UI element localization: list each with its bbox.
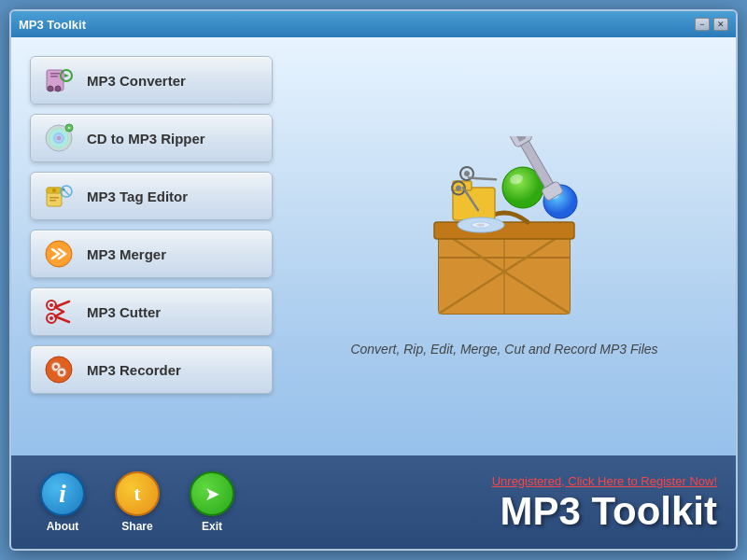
svg-point-16 [52, 189, 56, 192]
cutter-label: MP3 Cutter [87, 304, 161, 320]
svg-rect-4 [50, 76, 58, 77]
recorder-label: MP3 Recorder [87, 362, 181, 378]
share-icon: t [115, 471, 160, 516]
tools-panel: MP3 Converter [30, 56, 273, 437]
window-title: MP3 Toolkit [19, 18, 86, 32]
cd-ripper-icon [42, 121, 76, 155]
share-label: Share [121, 520, 152, 533]
cd-ripper-button[interactable]: CD to MP3 Ripper [30, 114, 273, 162]
svg-point-35 [60, 371, 63, 374]
title-bar: MP3 Toolkit − ✕ [11, 11, 736, 37]
tagline-text: Convert, Rip, Edit, Merge, Cut and Recor… [350, 342, 657, 357]
exit-icon: ➤ [190, 471, 234, 516]
tag-editor-icon [42, 179, 76, 213]
app-branding: Unregistered, Click Here to Register Now… [263, 474, 717, 531]
svg-line-27 [55, 301, 69, 307]
cd-ripper-label: CD to MP3 Ripper [87, 131, 205, 147]
svg-rect-3 [50, 73, 60, 75]
svg-point-2 [55, 86, 61, 91]
svg-point-62 [477, 224, 485, 227]
mp3-converter-icon [42, 63, 76, 97]
close-button[interactable]: ✕ [713, 18, 728, 31]
about-icon: i [40, 471, 85, 516]
about-label: About [47, 520, 79, 533]
content-area: MP3 Converter [11, 37, 736, 455]
merger-icon [42, 237, 76, 271]
right-panel: Convert, Rip, Edit, Merge, Cut and Recor… [291, 56, 717, 437]
svg-point-1 [48, 86, 53, 91]
svg-line-29 [55, 307, 63, 312]
svg-point-26 [49, 316, 53, 320]
bottom-bar: i About t Share ➤ Exit Unregistered, Cli… [11, 455, 736, 549]
app-title: MP3 Toolkit [500, 492, 717, 531]
exit-button[interactable]: ➤ Exit [179, 471, 245, 533]
svg-point-34 [54, 365, 58, 369]
svg-point-52 [463, 170, 471, 177]
window-controls: − ✕ [695, 18, 728, 31]
mp3-converter-button[interactable]: MP3 Converter [30, 56, 273, 105]
mp3-converter-label: MP3 Converter [87, 73, 186, 89]
register-link[interactable]: Unregistered, Click Here to Register Now… [492, 474, 717, 488]
cutter-icon [42, 295, 76, 329]
tag-editor-button[interactable]: MP3 Tag Editor [30, 172, 273, 220]
share-button[interactable]: t Share [105, 471, 170, 533]
minimize-button[interactable]: − [695, 18, 710, 31]
svg-line-30 [55, 312, 63, 316]
svg-point-25 [49, 303, 53, 307]
recorder-button[interactable]: MP3 Recorder [30, 345, 273, 394]
toolbox-illustration [411, 136, 598, 323]
main-content: MP3 Converter [11, 37, 736, 549]
svg-rect-18 [49, 200, 56, 202]
bottom-actions: i About t Share ➤ Exit [30, 471, 245, 533]
recorder-icon [42, 353, 76, 386]
main-window: MP3 Toolkit − ✕ [9, 9, 738, 551]
svg-line-28 [55, 316, 69, 322]
merger-button[interactable]: MP3 Merger [30, 230, 273, 278]
about-button[interactable]: i About [30, 471, 95, 533]
tag-editor-label: MP3 Tag Editor [87, 189, 188, 204]
svg-rect-17 [49, 197, 59, 199]
cutter-button[interactable]: MP3 Cutter [30, 287, 273, 336]
svg-marker-6 [64, 74, 69, 77]
merger-label: MP3 Merger [87, 246, 166, 262]
svg-point-21 [63, 189, 65, 191]
exit-label: Exit [202, 520, 222, 533]
